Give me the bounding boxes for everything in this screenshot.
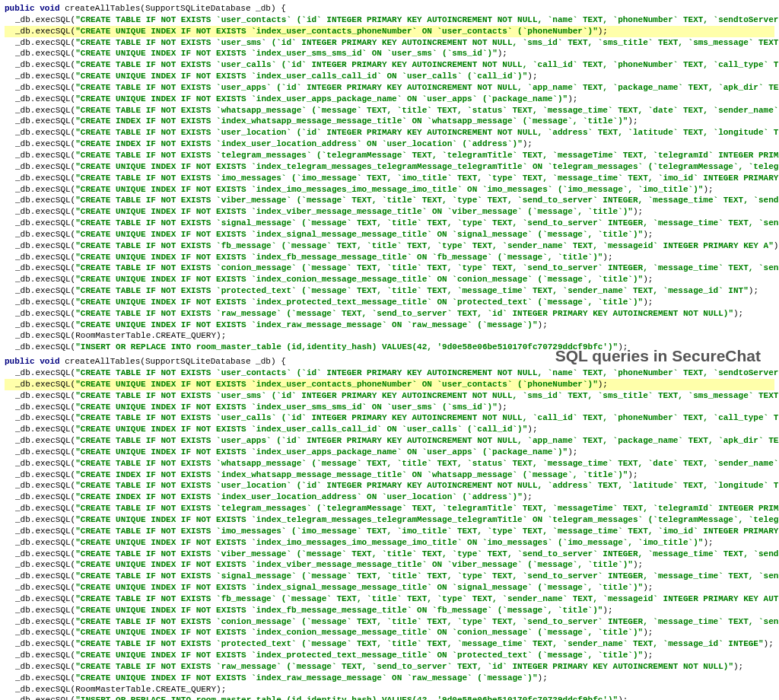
sql-line: _db.execSQL("CREATE UNIQUE INDEX IF NOT … bbox=[5, 229, 774, 240]
sql-string: CREATE TABLE IF NOT EXISTS `conion_messa… bbox=[81, 263, 779, 272]
sql-line: _db.execSQL("CREATE TABLE IF NOT EXISTS … bbox=[5, 240, 774, 252]
db-call-prefix: _db.execSQL( bbox=[15, 425, 75, 434]
sql-string: CREATE UNIQUE INDEX IF NOT EXISTS `index… bbox=[81, 606, 598, 615]
sql-line: _db.execSQL("CREATE UNIQUE INDEX IF NOT … bbox=[5, 650, 774, 661]
sql-string: CREATE UNIQUE INDEX IF NOT EXISTS `index… bbox=[81, 72, 523, 81]
db-call-prefix: _db.execSQL( bbox=[15, 15, 75, 24]
db-call-prefix: _db.execSQL( bbox=[15, 286, 75, 295]
db-call-prefix: _db.execSQL( bbox=[15, 571, 75, 581]
insert-line-2: _db.execSQL("INSERT OR REPLACE INTO room… bbox=[5, 695, 774, 700]
db-call-suffix: ); bbox=[643, 628, 653, 637]
sql-string: CREATE UNIQUE INDEX IF NOT EXISTS `index… bbox=[81, 185, 698, 194]
db-call-prefix: _db.execSQL( bbox=[15, 470, 75, 479]
sql-string: CREATE UNIQUE INDEX IF NOT EXISTS `index… bbox=[81, 673, 533, 682]
room-master-create: _db.execSQL(RoomMasterTable.CREATE_QUERY… bbox=[5, 330, 774, 342]
sql-string: CREATE TABLE IF NOT EXISTS `protected_te… bbox=[81, 639, 758, 648]
sql-string: CREATE TABLE IF NOT EXISTS `user_sms` (`… bbox=[81, 38, 779, 47]
db-call-prefix: _db.execSQL( bbox=[15, 639, 75, 648]
db-call-prefix: _db.execSQL( bbox=[15, 298, 75, 307]
method-signature-line-2: public void createAllTables(SupportSQLit… bbox=[5, 356, 774, 368]
db-call-suffix: ); bbox=[643, 583, 653, 592]
db-call-prefix: _db.execSQL( bbox=[15, 331, 75, 340]
sql-string: CREATE TABLE IF NOT EXISTS `viber_messag… bbox=[81, 549, 779, 558]
db-call-prefix: _db.execSQL( bbox=[15, 83, 75, 92]
kw-public: public bbox=[5, 4, 35, 13]
insert-sql: INSERT OR REPLACE INTO room_master_table… bbox=[81, 342, 613, 352]
db-call-prefix: _db.execSQL( bbox=[15, 481, 75, 490]
sql-string: CREATE UNIQUE INDEX IF NOT EXISTS `index… bbox=[81, 27, 593, 36]
sql-line: _db.execSQL("CREATE UNIQUE INDEX IF NOT … bbox=[5, 161, 774, 173]
sql-string: CREATE TABLE IF NOT EXISTS `raw_message`… bbox=[81, 309, 729, 318]
sql-line: _db.execSQL("CREATE TABLE IF NOT EXISTS … bbox=[5, 127, 774, 138]
db-call-suffix: ); bbox=[523, 492, 533, 501]
sql-line: _db.execSQL("CREATE UNIQUE INDEX IF NOT … bbox=[5, 402, 774, 413]
db-call-prefix: _db.execSQL( bbox=[15, 504, 75, 513]
sql-line: _db.execSQL("CREATE TABLE IF NOT EXISTS … bbox=[5, 616, 774, 628]
sql-string: CREATE UNIQUE INDEX IF NOT EXISTS `index… bbox=[81, 538, 698, 547]
sql-line: _db.execSQL("CREATE TABLE IF NOT EXISTS … bbox=[5, 105, 774, 116]
db-call-prefix: _db.execSQL( bbox=[15, 162, 75, 171]
sql-string: CREATE INDEX IF NOT EXISTS `index_whatsa… bbox=[81, 470, 623, 479]
db-call-prefix: _db.execSQL( bbox=[15, 230, 75, 239]
sql-line: _db.execSQL("CREATE UNIQUE INDEX IF NOT … bbox=[5, 26, 774, 37]
db-call-prefix: _db.execSQL( bbox=[15, 402, 75, 412]
sql-string: CREATE UNIQUE INDEX IF NOT EXISTS `index… bbox=[81, 515, 779, 524]
db-call-suffix: ); bbox=[774, 241, 779, 250]
db-call-suffix: ); bbox=[633, 207, 643, 216]
method-name: createAllTables bbox=[65, 4, 140, 13]
sql-line: _db.execSQL("CREATE TABLE IF NOT EXISTS … bbox=[5, 218, 774, 229]
db-call-suffix: ); bbox=[643, 275, 653, 284]
sql-string: CREATE INDEX IF NOT EXISTS `index_user_l… bbox=[81, 139, 517, 148]
db-call-prefix: _db.execSQL( bbox=[15, 275, 75, 284]
sql-line: _db.execSQL("CREATE TABLE IF NOT EXISTS … bbox=[5, 571, 774, 582]
sql-line: _db.execSQL("CREATE UNIQUE INDEX IF NOT … bbox=[5, 206, 774, 218]
sql-line: _db.execSQL("CREATE UNIQUE INDEX IF NOT … bbox=[5, 627, 774, 638]
sql-line: _db.execSQL("CREATE UNIQUE INDEX IF NOT … bbox=[5, 447, 774, 458]
db-call-prefix: _db.execSQL( bbox=[15, 185, 75, 194]
sql-line: _db.execSQL("CREATE TABLE IF NOT EXISTS … bbox=[5, 390, 774, 402]
db-call-prefix: _db.execSQL( bbox=[15, 549, 75, 558]
sql-line: _db.execSQL("CREATE TABLE IF NOT EXISTS … bbox=[5, 638, 774, 650]
db-call-prefix: _db.execSQL( bbox=[15, 527, 75, 536]
sql-string: CREATE UNIQUE INDEX IF NOT EXISTS `index… bbox=[81, 207, 628, 216]
db-call-prefix: _db.execSQL( bbox=[15, 391, 75, 400]
db-call-suffix: ); bbox=[643, 651, 653, 660]
db-call-suffix: ); bbox=[749, 286, 758, 295]
db-call-prefix: _db.execSQL( bbox=[15, 662, 75, 671]
db-call-prefix: _db.execSQL( bbox=[15, 342, 75, 352]
db-call-prefix: _db.execSQL( bbox=[15, 94, 75, 103]
sql-line: _db.execSQL("CREATE TABLE IF NOT EXISTS … bbox=[5, 82, 774, 94]
db-call-suffix: ); bbox=[598, 27, 608, 36]
sql-line: _db.execSQL("CREATE TABLE IF NOT EXISTS … bbox=[5, 285, 774, 297]
sql-string: CREATE UNIQUE INDEX IF NOT EXISTS `index… bbox=[81, 583, 638, 592]
sql-string: CREATE TABLE IF NOT EXISTS `user_contact… bbox=[81, 368, 779, 377]
sql-string: CREATE UNIQUE INDEX IF NOT EXISTS `index… bbox=[81, 230, 638, 239]
sql-line: _db.execSQL("CREATE TABLE IF NOT EXISTS … bbox=[5, 59, 774, 71]
sql-line: _db.execSQL("CREATE TABLE IF NOT EXISTS … bbox=[5, 173, 774, 184]
db-call-suffix: ); bbox=[603, 253, 612, 262]
db-call-suffix: ); bbox=[498, 49, 507, 58]
sql-string: CREATE UNIQUE INDEX IF NOT EXISTS `index… bbox=[81, 402, 492, 412]
db-call-prefix: _db.execSQL( bbox=[15, 651, 75, 660]
db-call-suffix: ); bbox=[643, 298, 653, 307]
db-call-prefix: _db.execSQL( bbox=[15, 128, 75, 137]
sql-string: CREATE UNIQUE INDEX IF NOT EXISTS `index… bbox=[81, 253, 598, 262]
sql-line: _db.execSQL("CREATE TABLE IF NOT EXISTS … bbox=[5, 195, 774, 206]
db-call-suffix: ); bbox=[733, 309, 743, 318]
db-call-prefix: _db.execSQL( bbox=[15, 413, 75, 422]
sql-line: _db.execSQL("CREATE UNIQUE INDEX IF NOT … bbox=[5, 582, 774, 593]
sql-string: CREATE UNIQUE INDEX IF NOT EXISTS `index… bbox=[81, 275, 638, 284]
db-call-suffix: ); bbox=[603, 606, 612, 615]
sql-line: _db.execSQL("CREATE UNIQUE INDEX IF NOT … bbox=[5, 71, 774, 82]
sql-string: CREATE TABLE IF NOT EXISTS `whatsapp_mes… bbox=[81, 106, 779, 115]
sql-string: CREATE TABLE IF NOT EXISTS `user_sms` (`… bbox=[81, 391, 779, 400]
db-call-prefix: _db.execSQL( bbox=[15, 538, 75, 547]
sql-string: CREATE UNIQUE INDEX IF NOT EXISTS `index… bbox=[81, 320, 533, 329]
sql-string: CREATE TABLE IF NOT EXISTS `telegram_mes… bbox=[81, 504, 779, 513]
db-call-prefix: _db.execSQL( bbox=[15, 673, 75, 682]
sql-string: CREATE UNIQUE INDEX IF NOT EXISTS `index… bbox=[81, 560, 628, 569]
sql-string: CREATE TABLE IF NOT EXISTS `fb_message` … bbox=[81, 241, 768, 250]
param-type: SupportSQLiteDatabase bbox=[145, 4, 251, 13]
sql-line: _db.execSQL("CREATE UNIQUE INDEX IF NOT … bbox=[5, 274, 774, 285]
sql-string: CREATE TABLE IF NOT EXISTS `user_calls` … bbox=[81, 60, 779, 69]
